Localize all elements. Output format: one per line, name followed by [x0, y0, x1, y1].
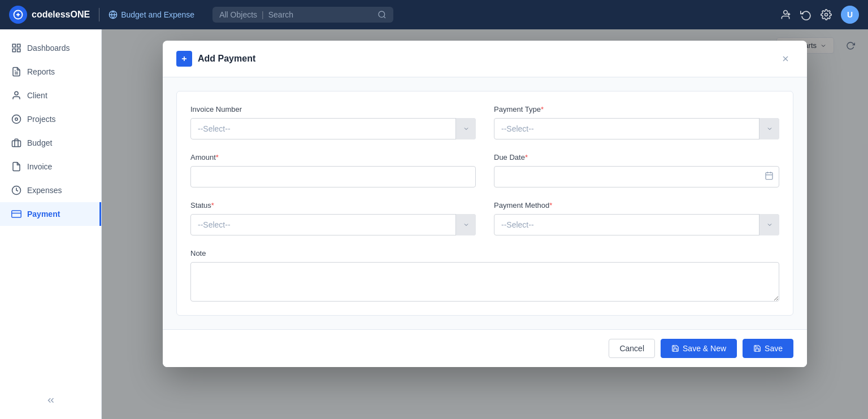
invoice-icon	[11, 162, 21, 172]
save-new-button[interactable]: Save & New	[661, 339, 737, 358]
svg-point-13	[15, 91, 18, 95]
payment-type-group: Payment Type* --Select--	[494, 105, 779, 139]
svg-point-15	[15, 118, 18, 121]
payment-method-select-wrapper: --Select--	[494, 214, 779, 235]
section-icon	[108, 10, 118, 19]
main-layout: Dashboards Reports Client Projects Budge…	[0, 29, 868, 419]
nav-divider	[99, 8, 99, 21]
search-container: All Objects | Search	[212, 7, 393, 23]
sidebar-item-expenses[interactable]: Expenses	[0, 178, 101, 202]
due-date-label: Due Date*	[494, 153, 779, 162]
top-navigation: codelessONE Budget and Expense All Objec…	[0, 0, 868, 29]
projects-icon	[11, 114, 21, 124]
save-label: Save	[765, 344, 783, 353]
budget-icon	[11, 138, 21, 148]
amount-input[interactable]	[190, 166, 476, 187]
svg-point-2	[379, 11, 385, 18]
all-objects-label: All Objects	[219, 10, 257, 19]
modal-title: Add Payment	[198, 54, 772, 64]
sidebar-collapse-button[interactable]	[0, 389, 101, 412]
reports-icon	[11, 67, 21, 77]
app-logo[interactable]: codelessONE	[9, 6, 90, 24]
payment-icon	[11, 209, 21, 219]
sidebar-item-projects[interactable]: Projects	[0, 107, 101, 131]
topnav-right: U	[780, 6, 859, 24]
due-date-required: *	[525, 153, 528, 162]
save-icon	[753, 344, 761, 352]
search-box[interactable]: All Objects | Search	[212, 7, 393, 23]
status-select-wrapper: --Select--	[190, 214, 476, 235]
sidebar-item-reports[interactable]: Reports	[0, 60, 101, 84]
expenses-icon	[11, 185, 21, 195]
app-name: codelessONE	[32, 10, 90, 20]
collapse-icon	[46, 395, 56, 405]
status-required: *	[211, 201, 214, 210]
svg-rect-7	[12, 44, 15, 47]
payment-form: Invoice Number --Select--	[176, 91, 793, 316]
modal-overlay: Add Payment Invoice Number --Select-	[102, 29, 868, 419]
main-content: Charts Add Payment	[102, 29, 868, 419]
sidebar-item-budget[interactable]: Budget	[0, 131, 101, 155]
sidebar-label-budget: Budget	[27, 138, 52, 147]
close-icon	[781, 54, 790, 63]
svg-rect-8	[18, 44, 20, 47]
invoice-number-group: Invoice Number --Select--	[190, 105, 476, 139]
payment-type-select[interactable]: --Select--	[494, 118, 779, 139]
user-add-icon[interactable]	[780, 9, 791, 20]
save-new-label: Save & New	[683, 344, 726, 353]
sidebar-item-dashboards[interactable]: Dashboards	[0, 36, 101, 60]
payment-method-group: Payment Method* --Select--	[494, 201, 779, 235]
settings-icon[interactable]	[821, 9, 832, 20]
svg-point-6	[825, 14, 828, 16]
invoice-number-label: Invoice Number	[190, 105, 476, 114]
modal-footer: Cancel Save & New Save	[163, 329, 807, 367]
sidebar: Dashboards Reports Client Projects Budge…	[0, 29, 102, 419]
sidebar-label-dashboards: Dashboards	[27, 43, 70, 53]
modal-close-button[interactable]	[778, 51, 793, 67]
client-icon	[11, 90, 21, 101]
sidebar-label-client: Client	[27, 91, 47, 100]
payment-method-select[interactable]: --Select--	[494, 214, 779, 235]
svg-point-3	[784, 11, 788, 15]
svg-rect-10	[12, 49, 15, 52]
payment-method-required: *	[549, 201, 552, 210]
plus-icon	[180, 55, 188, 63]
modal-header-icon	[176, 51, 192, 67]
dashboards-icon	[11, 43, 21, 53]
svg-rect-16	[12, 141, 21, 147]
cancel-button[interactable]: Cancel	[609, 339, 655, 358]
amount-group: Amount*	[190, 153, 476, 187]
sidebar-label-projects: Projects	[27, 115, 56, 124]
status-label: Status*	[190, 201, 476, 210]
sidebar-label-expenses: Expenses	[27, 186, 62, 195]
sidebar-item-invoice[interactable]: Invoice	[0, 155, 101, 178]
logo-icon	[9, 6, 27, 24]
amount-label: Amount*	[190, 153, 476, 162]
search-placeholder: Search	[268, 10, 373, 19]
note-label: Note	[190, 249, 779, 257]
invoice-number-select[interactable]: --Select--	[190, 118, 476, 139]
avatar[interactable]: U	[841, 6, 859, 24]
sidebar-label-reports: Reports	[27, 67, 55, 76]
payment-type-label: Payment Type*	[494, 105, 779, 114]
modal-header: Add Payment	[163, 41, 807, 77]
history-icon[interactable]	[800, 9, 811, 20]
save-button[interactable]: Save	[743, 339, 793, 358]
payment-method-label: Payment Method*	[494, 201, 779, 210]
section-nav[interactable]: Budget and Expense	[108, 10, 194, 19]
amount-required: *	[216, 153, 219, 162]
svg-rect-18	[12, 211, 21, 217]
status-select[interactable]: --Select--	[190, 214, 476, 235]
due-date-group: Due Date*	[494, 153, 779, 187]
save-new-icon	[671, 344, 679, 352]
due-date-input[interactable]	[494, 166, 779, 187]
payment-type-required: *	[541, 105, 544, 114]
sidebar-item-client[interactable]: Client	[0, 84, 101, 107]
sidebar-label-payment: Payment	[27, 210, 60, 219]
sidebar-item-payment[interactable]: Payment	[0, 202, 101, 226]
payment-type-select-wrapper: --Select--	[494, 118, 779, 139]
note-textarea[interactable]	[190, 262, 779, 302]
sidebar-label-invoice: Invoice	[27, 162, 52, 171]
search-icon	[377, 10, 387, 19]
invoice-number-select-wrapper: --Select--	[190, 118, 476, 139]
